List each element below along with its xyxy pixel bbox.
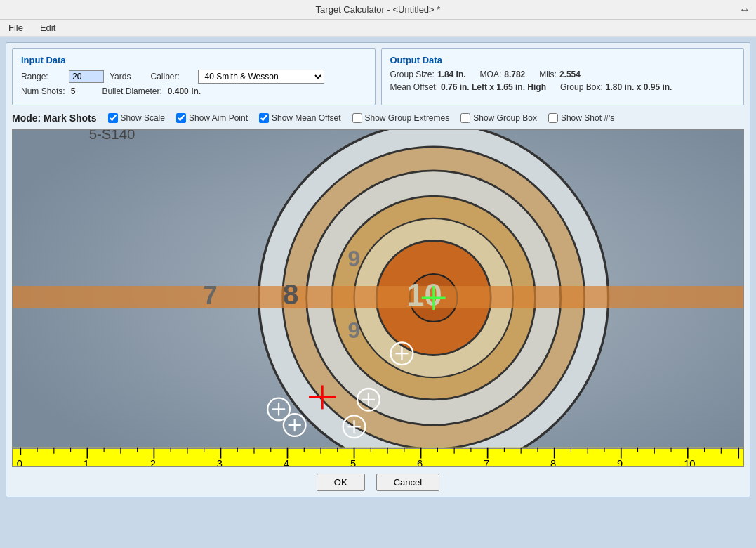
svg-rect-37 [13,448,743,449]
mean-offset-label: Mean Offset: [390,82,438,92]
svg-text:2: 2 [150,458,156,466]
svg-text:10: 10 [406,277,442,313]
mils-field: Mils: 2.554 [539,70,581,79]
svg-text:8: 8 [550,458,556,466]
show-mean-offset-checkbox-label[interactable]: Show Mean Offset [259,113,341,123]
svg-text:1: 1 [84,458,89,466]
show-shot-numbers-checkbox[interactable] [548,113,558,123]
svg-text:5-S140: 5-S140 [89,130,135,142]
svg-rect-9 [13,286,743,308]
svg-text:8: 8 [283,278,299,311]
input-section: Input Data Range: Yards Caliber: 40 Smit… [12,48,376,105]
bullet-diameter-value: 0.400 in. [168,86,201,96]
input-section-title: Input Data [21,55,366,65]
shots-row: Num Shots: 5 Bullet Diameter: 0.400 in. [21,86,366,96]
show-shot-numbers-checkbox-label[interactable]: Show Shot #'s [548,113,614,123]
show-group-box-checkbox[interactable] [460,113,470,123]
range-label: Range: [21,72,63,81]
yards-label: Yards [110,72,131,81]
cancel-button[interactable]: Cancel [376,474,439,491]
mode-label: Mode: Mark Shots [12,112,97,124]
show-mean-offset-checkbox[interactable] [259,113,269,123]
menu-file[interactable]: File [6,21,26,34]
svg-text:9: 9 [617,458,623,466]
num-shots-label: Num Shots: [21,86,65,96]
menu-bar: File Edit [0,20,756,37]
show-aim-point-checkbox-label[interactable]: Show Aim Point [176,113,248,123]
svg-text:7: 7 [204,281,218,310]
show-group-box-checkbox-label[interactable]: Show Group Box [460,113,537,123]
group-box-value: 1.80 in. x 0.95 in. [606,82,672,92]
range-row: Range: Yards Caliber: 40 Smith & Wesson … [21,70,366,84]
output-row2: Mean Offset: 0.76 in. Left x 1.65 in. Hi… [390,82,736,92]
show-group-extremes-checkbox[interactable] [352,113,362,123]
range-input[interactable] [69,70,104,83]
mean-offset-field: Mean Offset: 0.76 in. Left x 1.65 in. Hi… [390,82,547,92]
caliber-label: Caliber: [150,72,192,81]
show-group-box-label: Show Group Box [473,113,537,123]
group-size-field: Group Size: 1.84 in. [390,70,466,79]
mean-offset-value: 0.76 in. Left x 1.65 in. High [441,82,546,92]
mils-label: Mils: [539,70,557,79]
svg-text:10: 10 [684,458,695,466]
target-area[interactable]: 8 7 9 9 9 10 5-S140 [12,129,744,467]
moa-label: MOA: [480,70,502,79]
svg-text:4: 4 [284,458,289,466]
svg-text:6: 6 [417,458,423,466]
data-sections-row: Input Data Range: Yards Caliber: 40 Smit… [12,48,744,105]
target-svg[interactable]: 8 7 9 9 9 10 5-S140 [13,130,743,466]
svg-text:5: 5 [350,458,356,466]
svg-text:7: 7 [484,458,489,466]
caliber-select[interactable]: 40 Smith & Wesson 9mm .45 ACP .308 Winch… [198,70,324,84]
group-size-label: Group Size: [390,70,435,79]
show-scale-checkbox-label[interactable]: Show Scale [108,113,165,123]
mode-bar: Mode: Mark Shots Show Scale Show Aim Poi… [12,110,744,126]
show-aim-point-label: Show Aim Point [189,113,248,123]
show-mean-offset-label: Show Mean Offset [272,113,341,123]
num-shots-value: 5 [71,86,76,96]
resize-icon: ↔ [739,4,750,16]
group-box-label: Group Box: [560,82,603,92]
output-section: Output Data Group Size: 1.84 in. MOA: 8.… [381,48,745,105]
moa-value: 8.782 [504,70,525,79]
title-bar: Target Calculator - <Untitled> * ↔ [0,0,756,20]
show-group-extremes-checkbox-label[interactable]: Show Group Extremes [352,113,450,123]
output-row1: Group Size: 1.84 in. MOA: 8.782 Mils: 2.… [390,70,736,79]
svg-text:3: 3 [217,458,223,466]
show-aim-point-checkbox[interactable] [176,113,186,123]
svg-rect-36 [13,448,743,466]
svg-text:9: 9 [348,318,361,343]
show-scale-checkbox[interactable] [108,113,118,123]
main-container: Input Data Range: Yards Caliber: 40 Smit… [6,42,750,497]
window-title: Target Calculator - <Untitled> * [316,4,441,15]
svg-text:9: 9 [348,246,361,271]
group-size-value: 1.84 in. [437,70,466,79]
ok-button[interactable]: OK [317,474,365,491]
output-section-title: Output Data [390,55,736,65]
bullet-diameter-label: Bullet Diameter: [102,86,161,96]
moa-field: MOA: 8.782 [480,70,526,79]
show-shot-numbers-label: Show Shot #'s [561,113,614,123]
show-group-extremes-label: Show Group Extremes [365,113,450,123]
mils-value: 2.554 [559,70,581,79]
show-scale-label: Show Scale [121,113,165,123]
svg-text:0: 0 [17,458,22,466]
group-box-field: Group Box: 1.80 in. x 0.95 in. [560,82,672,92]
menu-edit[interactable]: Edit [37,21,58,34]
bottom-buttons: OK Cancel [12,474,744,491]
